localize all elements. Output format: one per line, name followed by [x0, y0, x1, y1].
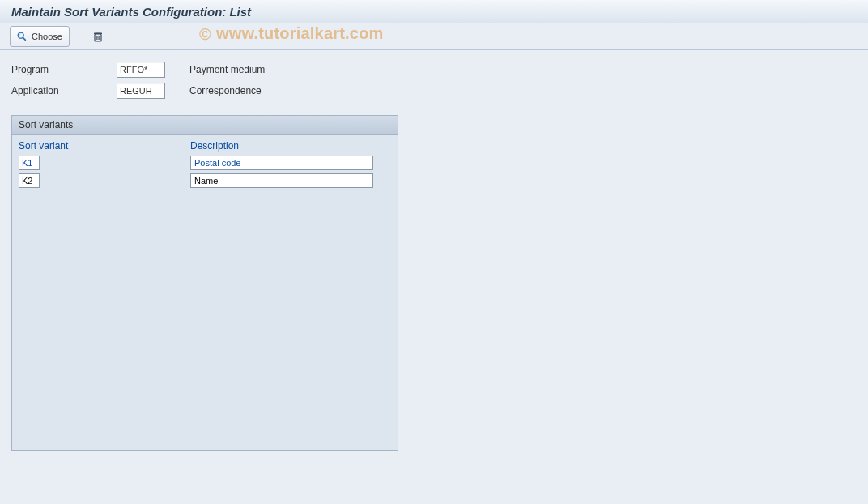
form-row-program: Program Payment medium: [11, 60, 857, 79]
page-title: Maintain Sort Variants Configuration: Li…: [11, 5, 251, 19]
description-cell[interactable]: Postal code: [190, 156, 373, 170]
form-row-application: Application Correspondence: [11, 81, 857, 100]
application-label: Application: [11, 85, 117, 96]
panel-body: Sort variant Description K1 Postal code: [12, 135, 398, 450]
variant-cell[interactable]: K1: [19, 156, 40, 170]
sort-variants-panel: Sort variants Sort variant Description K…: [11, 115, 398, 451]
content-area: Program Payment medium Application Corre…: [0, 50, 868, 460]
magnifier-icon: [15, 30, 28, 43]
description-link[interactable]: Postal code: [194, 158, 240, 168]
application-input[interactable]: [117, 83, 165, 99]
svg-line-1: [23, 37, 25, 40]
variant-link[interactable]: K1: [22, 158, 32, 168]
choose-button-label: Choose: [32, 32, 62, 41]
description-cell[interactable]: Name: [190, 173, 373, 188]
panel-title: Sort variants: [12, 116, 398, 135]
grid-header: Sort variant Description: [17, 138, 393, 154]
svg-rect-7: [96, 32, 100, 32]
table-row: K1 Postal code: [17, 154, 393, 172]
svg-rect-6: [94, 32, 102, 34]
program-label: Program: [11, 64, 117, 75]
variant-cell[interactable]: K2: [19, 173, 40, 188]
col-header-variant: Sort variant: [19, 140, 68, 152]
trash-icon: [91, 30, 104, 43]
title-bar: Maintain Sort Variants Configuration: Li…: [0, 0, 868, 23]
program-description: Payment medium: [189, 64, 265, 75]
table-row: K2 Name: [17, 172, 393, 190]
description-text: Name: [194, 176, 218, 186]
toolbar: Choose: [0, 23, 868, 50]
program-input[interactable]: [117, 62, 165, 78]
choose-button[interactable]: Choose: [10, 26, 70, 47]
application-description: Correspondence: [189, 85, 262, 96]
col-header-description: Description: [190, 140, 239, 152]
delete-button[interactable]: [89, 28, 107, 45]
variant-text: K2: [22, 176, 32, 186]
